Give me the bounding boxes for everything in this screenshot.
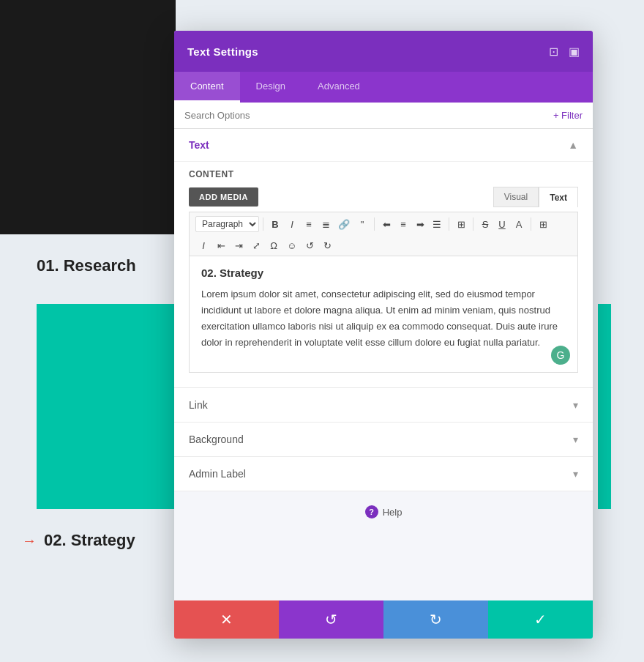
strikethrough-button[interactable]: S [477,217,493,231]
modal-header: Text Settings ⊡ ▣ [174,31,593,72]
teal-right-bar [598,304,611,509]
link-button[interactable]: 🔗 [334,217,353,231]
link-chevron-icon: ▾ [573,399,578,411]
separator [263,217,263,231]
undo-editor-button[interactable]: ↺ [302,239,318,253]
editor-area[interactable]: 02. Strategy Lorem ipsum dolor sit amet,… [189,256,578,373]
more-button[interactable]: ⊞ [535,217,551,231]
admin-chevron-icon: ▾ [573,468,578,480]
editor-title: 02. Strategy [201,267,566,279]
outdent-button[interactable]: ⇤ [213,239,229,253]
background-section-title: Background [189,434,244,445]
editor-body[interactable]: Lorem ipsum dolor sit amet, consectetur … [201,286,566,351]
visual-text-toggle: Visual Text [493,187,578,207]
text-section-title: Text [189,139,209,151]
cancel-button[interactable]: ✕ [174,600,279,639]
text-toggle-btn[interactable]: Text [539,187,578,207]
align-center-button[interactable]: ≡ [395,217,411,231]
separator3 [449,217,449,231]
align-right-button[interactable]: ➡ [412,217,428,231]
editor-toolbar-row1: Paragraph B I ≡ ≣ 🔗 " ⬅ ≡ [189,212,578,236]
text-chevron-icon: ▲ [568,139,578,151]
indent-right-button[interactable]: ⇥ [231,239,247,253]
ul-button[interactable]: ≡ [301,217,317,231]
redo-editor-button[interactable]: ↻ [319,239,335,253]
editor-toolbar-top: ADD MEDIA Visual Text [189,187,578,207]
align-buttons: ⬅ ≡ ➡ ☰ [378,217,445,231]
action-bar: ✕ ↺ ↻ ✓ [174,600,593,639]
save-button[interactable]: ✓ [488,600,593,639]
search-input[interactable] [184,110,553,121]
admin-label-section: Admin Label ▾ [174,457,593,491]
text-style-buttons: S U A [477,217,527,231]
editor-container: 1 02. Strategy Lorem ipsum dolor sit ame… [189,256,578,373]
background-section-header[interactable]: Background ▾ [174,423,593,456]
help-area: ? Help [174,491,593,532]
help-link[interactable]: ? Help [365,505,402,518]
text-section-header[interactable]: Text ▲ [174,129,593,161]
indent-button[interactable]: I [195,239,211,253]
content-label: Content [189,169,578,179]
link-section-header[interactable]: Link ▾ [174,388,593,422]
teal-block [37,304,176,509]
filter-label: + Filter [553,110,583,121]
undo-button[interactable]: ↺ [279,600,383,639]
filter-button[interactable]: + Filter [553,110,583,121]
color-button[interactable]: A [511,217,527,231]
align-justify-button[interactable]: ☰ [429,217,445,231]
background-chevron-icon: ▾ [573,434,578,445]
strategy-arrow-label: → 02. Strategy [22,531,135,550]
separator4 [473,217,473,231]
admin-label-section-title: Admin Label [189,468,246,480]
modal-tabs: Content Design Advanced [174,72,593,103]
modal-header-icons: ⊡ ▣ [549,45,580,59]
emoji-button[interactable]: ☺ [283,239,300,253]
underline-button[interactable]: U [494,217,510,231]
help-label: Help [383,507,402,518]
bold-button[interactable]: B [267,217,283,231]
link-section: Link ▾ [174,388,593,423]
fullscreen-button[interactable]: ⤢ [248,239,264,253]
add-media-button[interactable]: ADD MEDIA [189,187,258,207]
link-section-title: Link [189,399,208,411]
modal-title: Text Settings [187,45,258,58]
background-section: Background ▾ [174,423,593,457]
text-settings-modal: Text Settings ⊡ ▣ Content Design Advance… [174,31,593,639]
editor-toolbar-row2: I ⇤ ⇥ ⤢ Ω ☺ ↺ ↻ [189,236,578,256]
paragraph-select[interactable]: Paragraph [195,216,259,232]
expand-icon[interactable]: ⊡ [549,45,558,59]
separator5 [531,217,531,231]
separator2 [374,217,375,231]
dark-overlay [0,0,176,234]
text-section: Text ▲ Content ADD MEDIA Visual Text Par… [174,129,593,388]
tab-advanced[interactable]: Advanced [302,72,376,103]
search-bar: + Filter [174,103,593,129]
arrow-icon: → [22,532,37,549]
text-section-body: Content ADD MEDIA Visual Text Paragraph [174,161,593,387]
tab-design[interactable]: Design [240,72,302,103]
special-chars-button[interactable]: Ω [266,239,282,253]
redo-button[interactable]: ↻ [383,600,488,639]
research-label: 01. Research [37,256,136,275]
align-left-button[interactable]: ⬅ [378,217,394,231]
modal-content: Text ▲ Content ADD MEDIA Visual Text Par… [174,129,593,600]
tab-content[interactable]: Content [174,72,240,103]
blockquote-button[interactable]: " [354,217,370,231]
italic-button[interactable]: I [284,217,300,231]
admin-label-section-header[interactable]: Admin Label ▾ [174,457,593,491]
strategy-label: 02. Strategy [44,531,135,550]
table-button[interactable]: ⊞ [453,217,469,231]
visual-toggle-btn[interactable]: Visual [493,187,539,207]
help-icon: ? [365,505,378,518]
format-buttons: B I ≡ ≣ 🔗 " [267,217,370,231]
ol-button[interactable]: ≣ [318,217,334,231]
grammarly-icon: G [551,346,570,365]
panel-icon[interactable]: ▣ [569,45,580,59]
